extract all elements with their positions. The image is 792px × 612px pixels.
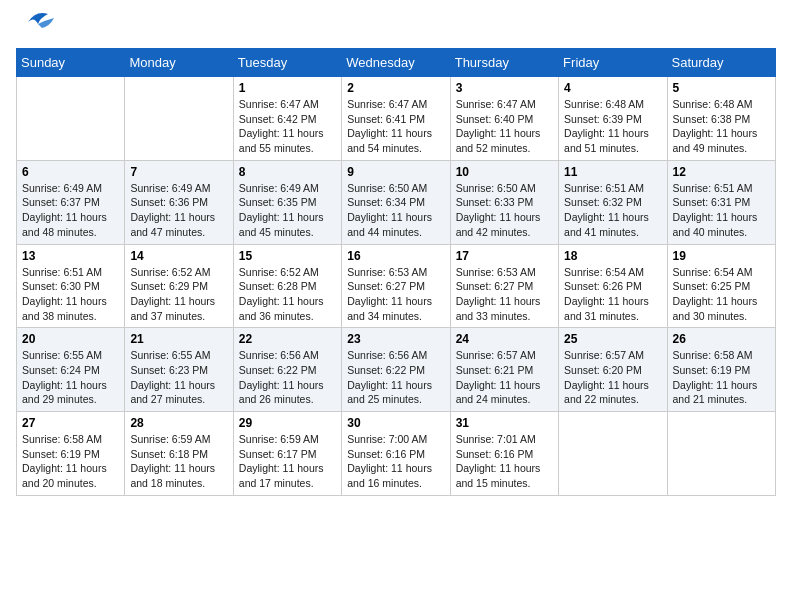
day-number: 28 [130, 416, 227, 430]
calendar-cell: 19Sunrise: 6:54 AMSunset: 6:25 PMDayligh… [667, 244, 775, 328]
calendar-cell: 2Sunrise: 6:47 AMSunset: 6:41 PMDaylight… [342, 77, 450, 161]
day-info: Sunrise: 6:55 AMSunset: 6:23 PMDaylight:… [130, 348, 227, 407]
day-number: 13 [22, 249, 119, 263]
calendar-week-row: 27Sunrise: 6:58 AMSunset: 6:19 PMDayligh… [17, 412, 776, 496]
day-info: Sunrise: 6:48 AMSunset: 6:39 PMDaylight:… [564, 97, 661, 156]
day-number: 7 [130, 165, 227, 179]
day-number: 18 [564, 249, 661, 263]
weekday-header-wednesday: Wednesday [342, 49, 450, 77]
day-info: Sunrise: 6:49 AMSunset: 6:36 PMDaylight:… [130, 181, 227, 240]
day-number: 23 [347, 332, 444, 346]
calendar-cell: 11Sunrise: 6:51 AMSunset: 6:32 PMDayligh… [559, 160, 667, 244]
calendar-cell: 10Sunrise: 6:50 AMSunset: 6:33 PMDayligh… [450, 160, 558, 244]
day-number: 1 [239, 81, 336, 95]
calendar-cell: 6Sunrise: 6:49 AMSunset: 6:37 PMDaylight… [17, 160, 125, 244]
day-number: 3 [456, 81, 553, 95]
calendar-cell: 29Sunrise: 6:59 AMSunset: 6:17 PMDayligh… [233, 412, 341, 496]
day-info: Sunrise: 6:57 AMSunset: 6:20 PMDaylight:… [564, 348, 661, 407]
calendar-cell: 15Sunrise: 6:52 AMSunset: 6:28 PMDayligh… [233, 244, 341, 328]
day-info: Sunrise: 6:59 AMSunset: 6:17 PMDaylight:… [239, 432, 336, 491]
weekday-header-thursday: Thursday [450, 49, 558, 77]
calendar-week-row: 6Sunrise: 6:49 AMSunset: 6:37 PMDaylight… [17, 160, 776, 244]
day-number: 19 [673, 249, 770, 263]
day-info: Sunrise: 6:49 AMSunset: 6:35 PMDaylight:… [239, 181, 336, 240]
day-number: 11 [564, 165, 661, 179]
day-number: 20 [22, 332, 119, 346]
day-info: Sunrise: 6:53 AMSunset: 6:27 PMDaylight:… [347, 265, 444, 324]
day-number: 21 [130, 332, 227, 346]
day-info: Sunrise: 6:52 AMSunset: 6:29 PMDaylight:… [130, 265, 227, 324]
calendar-cell: 30Sunrise: 7:00 AMSunset: 6:16 PMDayligh… [342, 412, 450, 496]
day-info: Sunrise: 6:47 AMSunset: 6:41 PMDaylight:… [347, 97, 444, 156]
day-number: 16 [347, 249, 444, 263]
day-number: 6 [22, 165, 119, 179]
day-info: Sunrise: 6:58 AMSunset: 6:19 PMDaylight:… [22, 432, 119, 491]
calendar-cell: 1Sunrise: 6:47 AMSunset: 6:42 PMDaylight… [233, 77, 341, 161]
calendar-cell: 5Sunrise: 6:48 AMSunset: 6:38 PMDaylight… [667, 77, 775, 161]
weekday-header-saturday: Saturday [667, 49, 775, 77]
day-number: 31 [456, 416, 553, 430]
day-number: 22 [239, 332, 336, 346]
calendar-cell: 26Sunrise: 6:58 AMSunset: 6:19 PMDayligh… [667, 328, 775, 412]
logo-bird-icon [18, 8, 56, 36]
calendar-cell [17, 77, 125, 161]
day-info: Sunrise: 6:56 AMSunset: 6:22 PMDaylight:… [239, 348, 336, 407]
calendar-cell [125, 77, 233, 161]
calendar-cell: 28Sunrise: 6:59 AMSunset: 6:18 PMDayligh… [125, 412, 233, 496]
calendar-cell [559, 412, 667, 496]
calendar-cell: 31Sunrise: 7:01 AMSunset: 6:16 PMDayligh… [450, 412, 558, 496]
day-info: Sunrise: 6:54 AMSunset: 6:25 PMDaylight:… [673, 265, 770, 324]
day-number: 15 [239, 249, 336, 263]
day-info: Sunrise: 7:01 AMSunset: 6:16 PMDaylight:… [456, 432, 553, 491]
day-number: 30 [347, 416, 444, 430]
day-number: 14 [130, 249, 227, 263]
calendar-cell [667, 412, 775, 496]
day-number: 8 [239, 165, 336, 179]
day-number: 25 [564, 332, 661, 346]
calendar-cell: 16Sunrise: 6:53 AMSunset: 6:27 PMDayligh… [342, 244, 450, 328]
weekday-header-sunday: Sunday [17, 49, 125, 77]
day-number: 27 [22, 416, 119, 430]
calendar-cell: 7Sunrise: 6:49 AMSunset: 6:36 PMDaylight… [125, 160, 233, 244]
weekday-header-tuesday: Tuesday [233, 49, 341, 77]
calendar-cell: 12Sunrise: 6:51 AMSunset: 6:31 PMDayligh… [667, 160, 775, 244]
calendar-cell: 27Sunrise: 6:58 AMSunset: 6:19 PMDayligh… [17, 412, 125, 496]
calendar-cell: 9Sunrise: 6:50 AMSunset: 6:34 PMDaylight… [342, 160, 450, 244]
day-info: Sunrise: 6:57 AMSunset: 6:21 PMDaylight:… [456, 348, 553, 407]
calendar-cell: 20Sunrise: 6:55 AMSunset: 6:24 PMDayligh… [17, 328, 125, 412]
calendar-cell: 22Sunrise: 6:56 AMSunset: 6:22 PMDayligh… [233, 328, 341, 412]
calendar-week-row: 20Sunrise: 6:55 AMSunset: 6:24 PMDayligh… [17, 328, 776, 412]
day-info: Sunrise: 6:49 AMSunset: 6:37 PMDaylight:… [22, 181, 119, 240]
day-info: Sunrise: 6:47 AMSunset: 6:42 PMDaylight:… [239, 97, 336, 156]
calendar-header-row: SundayMondayTuesdayWednesdayThursdayFrid… [17, 49, 776, 77]
calendar-cell: 23Sunrise: 6:56 AMSunset: 6:22 PMDayligh… [342, 328, 450, 412]
day-info: Sunrise: 6:56 AMSunset: 6:22 PMDaylight:… [347, 348, 444, 407]
day-info: Sunrise: 6:51 AMSunset: 6:31 PMDaylight:… [673, 181, 770, 240]
day-info: Sunrise: 6:54 AMSunset: 6:26 PMDaylight:… [564, 265, 661, 324]
weekday-header-monday: Monday [125, 49, 233, 77]
day-info: Sunrise: 6:53 AMSunset: 6:27 PMDaylight:… [456, 265, 553, 324]
day-info: Sunrise: 6:50 AMSunset: 6:34 PMDaylight:… [347, 181, 444, 240]
calendar-cell: 3Sunrise: 6:47 AMSunset: 6:40 PMDaylight… [450, 77, 558, 161]
calendar-table: SundayMondayTuesdayWednesdayThursdayFrid… [16, 48, 776, 496]
day-info: Sunrise: 6:47 AMSunset: 6:40 PMDaylight:… [456, 97, 553, 156]
logo [16, 16, 56, 36]
page-header [16, 16, 776, 36]
weekday-header-friday: Friday [559, 49, 667, 77]
day-number: 12 [673, 165, 770, 179]
calendar-cell: 4Sunrise: 6:48 AMSunset: 6:39 PMDaylight… [559, 77, 667, 161]
day-info: Sunrise: 7:00 AMSunset: 6:16 PMDaylight:… [347, 432, 444, 491]
day-number: 5 [673, 81, 770, 95]
day-info: Sunrise: 6:51 AMSunset: 6:32 PMDaylight:… [564, 181, 661, 240]
day-number: 9 [347, 165, 444, 179]
calendar-cell: 17Sunrise: 6:53 AMSunset: 6:27 PMDayligh… [450, 244, 558, 328]
calendar-week-row: 1Sunrise: 6:47 AMSunset: 6:42 PMDaylight… [17, 77, 776, 161]
day-number: 26 [673, 332, 770, 346]
calendar-cell: 18Sunrise: 6:54 AMSunset: 6:26 PMDayligh… [559, 244, 667, 328]
day-info: Sunrise: 6:58 AMSunset: 6:19 PMDaylight:… [673, 348, 770, 407]
calendar-cell: 13Sunrise: 6:51 AMSunset: 6:30 PMDayligh… [17, 244, 125, 328]
day-number: 24 [456, 332, 553, 346]
calendar-cell: 8Sunrise: 6:49 AMSunset: 6:35 PMDaylight… [233, 160, 341, 244]
day-number: 29 [239, 416, 336, 430]
calendar-cell: 25Sunrise: 6:57 AMSunset: 6:20 PMDayligh… [559, 328, 667, 412]
